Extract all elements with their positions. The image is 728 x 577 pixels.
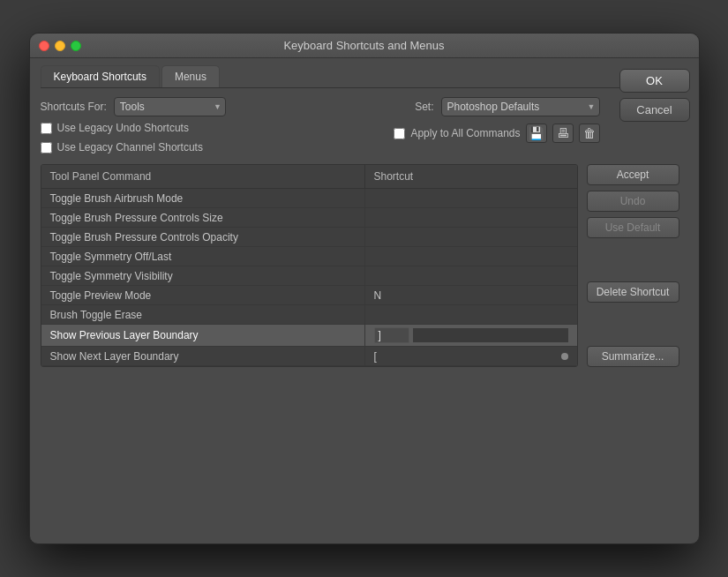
dialog-title: Keyboard Shortcuts and Menus — [283, 39, 444, 52]
shortcuts-table: Tool Panel Command Shortcut Toggle Brush… — [41, 164, 578, 367]
delete-shortcut-button[interactable]: Delete Shortcut — [587, 281, 679, 303]
legacy-channel-checkbox[interactable] — [41, 142, 52, 154]
table-body: Toggle Brush Airbrush Mode Toggle Brush … — [41, 189, 577, 366]
save-set-icon: 💾 — [529, 126, 544, 140]
tab-keyboard-shortcuts[interactable]: Keyboard Shortcuts — [41, 65, 160, 87]
cell-shortcut — [365, 305, 577, 324]
table-row[interactable]: Brush Toggle Erase — [41, 305, 577, 325]
summarize-button[interactable]: Summarize... — [587, 346, 679, 367]
legacy-undo-label: Use Legacy Undo Shortcuts — [57, 122, 189, 134]
shortcuts-for-select-wrapper[interactable]: Tools Application Menus Panel Menus — [114, 97, 226, 116]
ok-button[interactable]: OK — [619, 69, 690, 93]
accept-button[interactable]: Accept — [587, 164, 679, 185]
save-set-icon-btn[interactable]: 💾 — [526, 124, 547, 143]
right-controls: Set: Photoshop Defaults Custom Apply to … — [394, 97, 599, 143]
main-dialog: Keyboard Shortcuts and Menus OK Cancel K… — [29, 33, 700, 544]
apply-to-commands-label: Apply to All Commands — [410, 127, 520, 139]
tab-menus[interactable]: Menus — [161, 65, 220, 87]
legacy-channel-row: Use Legacy Channel Shortcuts — [41, 141, 226, 154]
left-controls: Shortcuts For: Tools Application Menus P… — [41, 97, 226, 157]
cell-shortcut: N — [365, 286, 577, 304]
cell-command: Toggle Symmetry Off/Last — [41, 247, 365, 266]
cell-command: Brush Toggle Erase — [41, 305, 365, 324]
table-row[interactable]: Toggle Brush Pressure Controls Size — [41, 208, 577, 228]
checkboxes: Use Legacy Undo Shortcuts Use Legacy Cha… — [41, 118, 226, 157]
minimize-button[interactable] — [55, 41, 65, 51]
shortcuts-for-select[interactable]: Tools Application Menus Panel Menus — [114, 97, 226, 116]
table-row[interactable]: Toggle Preview Mode N — [41, 286, 577, 305]
set-label: Set: — [415, 101, 433, 113]
cell-command: Show Next Layer Boundary — [41, 347, 365, 365]
cell-command: Toggle Brush Pressure Controls Size — [41, 208, 365, 227]
side-buttons: Accept Undo Use Default Delete Shortcut … — [587, 164, 679, 367]
cell-shortcut: [ — [365, 347, 577, 365]
col-shortcut-header: Shortcut — [365, 165, 577, 188]
legacy-undo-row: Use Legacy Undo Shortcuts — [41, 122, 226, 134]
legacy-undo-checkbox[interactable] — [41, 123, 52, 134]
tab-bar: Keyboard Shortcuts Menus — [41, 65, 688, 88]
delete-set-icon-btn[interactable]: 🗑 — [579, 124, 600, 143]
save-icon-btn[interactable]: 🖶 — [552, 124, 574, 143]
set-select[interactable]: Photoshop Defaults Custom — [441, 97, 600, 116]
cancel-button[interactable]: Cancel — [619, 98, 690, 122]
set-select-wrapper[interactable]: Photoshop Defaults Custom — [441, 97, 600, 116]
titlebar: Keyboard Shortcuts and Menus — [30, 34, 699, 58]
col-command-header: Tool Panel Command — [41, 165, 365, 188]
use-default-button[interactable]: Use Default — [587, 217, 679, 238]
apply-to-commands-checkbox[interactable] — [394, 128, 405, 139]
set-row: Set: Photoshop Defaults Custom — [415, 97, 599, 116]
close-button[interactable] — [39, 41, 49, 51]
table-row[interactable]: Show Next Layer Boundary [ — [41, 347, 577, 366]
table-row[interactable]: Toggle Symmetry Visibility — [41, 266, 577, 286]
shortcut-input[interactable]: ] — [374, 327, 409, 343]
cell-shortcut — [365, 208, 577, 227]
scroll-indicator — [561, 353, 568, 360]
table-row[interactable]: Show Previous Layer Boundary ] — [41, 325, 577, 347]
table-row[interactable]: Toggle Brush Airbrush Mode — [41, 189, 577, 208]
cell-shortcut: ] — [365, 325, 577, 346]
undo-button[interactable]: Undo — [587, 191, 679, 212]
cell-shortcut — [365, 189, 577, 207]
titlebar-buttons — [39, 41, 81, 51]
cell-command: Show Previous Layer Boundary — [41, 325, 365, 346]
cell-command: Toggle Preview Mode — [41, 286, 365, 304]
maximize-button[interactable] — [71, 41, 81, 51]
ok-cancel-area: OK Cancel — [619, 69, 690, 122]
cell-command: Toggle Brush Pressure Controls Opacity — [41, 228, 365, 246]
delete-icon: 🗑 — [583, 126, 596, 140]
cell-shortcut — [365, 247, 577, 266]
table-row[interactable]: Toggle Brush Pressure Controls Opacity — [41, 228, 577, 247]
table-header: Tool Panel Command Shortcut — [41, 165, 577, 189]
apply-row: Apply to All Commands 💾 🖶 🗑 — [394, 124, 599, 143]
main-area: Tool Panel Command Shortcut Toggle Brush… — [41, 164, 688, 367]
cell-shortcut — [365, 266, 577, 285]
legacy-channel-label: Use Legacy Channel Shortcuts — [57, 141, 203, 154]
shortcuts-for-row: Shortcuts For: Tools Application Menus P… — [41, 97, 226, 116]
cell-command: Toggle Symmetry Visibility — [41, 266, 365, 285]
cell-shortcut — [365, 228, 577, 246]
table-row[interactable]: Toggle Symmetry Off/Last — [41, 247, 577, 266]
table-area: Tool Panel Command Shortcut Toggle Brush… — [41, 164, 578, 367]
cell-command: Toggle Brush Airbrush Mode — [41, 189, 365, 207]
save-icon: 🖶 — [557, 126, 569, 140]
shortcuts-for-label: Shortcuts For: — [41, 101, 107, 113]
